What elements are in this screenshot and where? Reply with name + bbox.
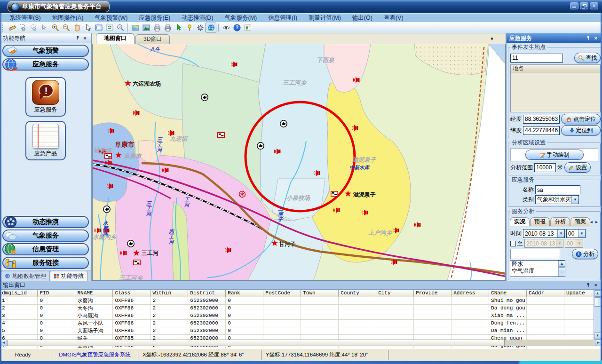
monitor-camera-icon[interactable] [257,142,264,149]
table-row[interactable]: 40东风一小队OXFF8626523020000Dong fen... [0,319,602,327]
monitor-camera-icon[interactable] [103,206,110,213]
analysis-tab-0[interactable]: 实况 [510,217,530,226]
column-header-Within[interactable]: Within [150,290,188,297]
pin-icon[interactable] [584,36,593,41]
select-shape-button[interactable] [28,23,39,32]
column-header-FID[interactable]: FID [38,290,75,297]
pin-icon[interactable] [584,283,593,288]
close-icon[interactable]: × [593,283,599,288]
help-button[interactable]: ? [231,23,242,32]
nav-button-info-globe[interactable]: 信息管理 [2,243,89,255]
refresh-button[interactable] [104,23,115,32]
to-time-checkbox[interactable] [510,241,516,246]
column-header-City[interactable]: City [376,290,414,297]
analysis-tab-1[interactable]: 预报 [530,217,550,226]
column-header-District[interactable]: District [188,290,226,297]
pin-icon[interactable] [73,35,82,41]
column-header-Class[interactable]: Class [113,290,150,297]
latitude-field[interactable] [523,126,560,135]
map-canvas[interactable]: 八斗六运湖农场三工河乡下西泉九运街阜康市城关镇阜康市滋泥泉子中新水库小泉牧场滋泥… [92,44,506,281]
nav-button-emergency-globe[interactable]: 应急服务 [2,58,89,71]
nav-button-weather-warning[interactable]: 气象预警 [2,45,89,57]
analysis-tab-2[interactable]: 分析 [550,217,570,226]
pick-green-button[interactable] [173,23,184,32]
location-result-list[interactable]: 地点 [510,64,601,112]
hour-select[interactable]: 00 ▼ [566,229,586,238]
eye-button[interactable] [221,23,231,32]
station-flag-icon[interactable] [134,260,140,265]
scene-view-button[interactable] [141,23,151,32]
plot-button[interactable] [162,23,173,32]
column-header-PostCode[interactable]: PostCode [263,290,301,297]
select-rect-button[interactable] [17,23,28,32]
table-row[interactable]: 20大冬沟OXFF8626523020000Da dong gou [0,304,602,312]
station-flag-icon[interactable] [218,133,224,137]
column-header-Provice[interactable]: Provice [414,290,452,297]
full-extent-button[interactable] [93,23,104,32]
service-name-input[interactable] [535,185,580,194]
map-tab-dropdown-icon[interactable]: ▼ [490,36,494,41]
column-header-Rank[interactable]: Rank [226,290,263,297]
zoom-in-button[interactable] [50,23,61,32]
column-header-Town[interactable]: Town [301,290,339,297]
select-arrow-button[interactable] [39,23,50,32]
menu-item-3[interactable]: 应急服务(E) [133,14,176,22]
globe-service-button[interactable] [206,23,216,32]
monitor-camera-icon[interactable] [201,94,208,101]
monitor-camera-icon[interactable] [280,120,287,127]
column-header-dmgis_id[interactable]: dmgis_id [0,290,38,297]
listbox-scrollbar[interactable]: ▲ [558,261,565,277]
map-tab-0[interactable]: 地图窗口 [96,33,135,44]
left-panel-tab-globe-tab[interactable]: 地图数据管理 [1,271,50,281]
table-row[interactable]: 30小马厩沟OXFF8626523020000Xiao ma ... [0,312,602,319]
column-header-CAddr[interactable]: CAddr [527,290,564,297]
pointer-button[interactable] [82,23,93,32]
manual-draw-button[interactable]: 手动绘制 [525,150,584,160]
shortcut-emergency-product-button[interactable]: 应急产品 [25,121,66,160]
table-row[interactable]: 10水磨沟OXFF8626523020000Shui mo gou [0,297,602,304]
monitor-camera-icon[interactable] [127,240,134,247]
column-header-CName[interactable]: CName [489,290,527,297]
analysis-range-input[interactable] [534,163,556,172]
menu-item-1[interactable]: 地图操作(A) [47,14,89,22]
analysis-tab-3[interactable]: 预案 [570,217,590,226]
zoom-out-button[interactable] [61,23,71,32]
column-header-County[interactable]: County [339,290,376,297]
toolbar-grip[interactable] [2,24,5,32]
measure-button[interactable] [7,23,17,32]
settings-button[interactable] [195,23,206,32]
map-tab-1[interactable]: 3D窗口 [135,34,170,44]
tab-scroll-arrows[interactable]: ◄ ► [589,220,599,224]
menu-item-8[interactable]: 输出(O) [347,14,378,22]
location-search-input[interactable] [510,54,563,63]
element-listbox[interactable]: 降水空气温度 ▲ [510,260,565,277]
nav-button-cloud[interactable]: 气象服务 [2,229,89,242]
analyze-button[interactable]: i 分析 [572,249,598,259]
column-header-RNAME[interactable]: RNAME [75,290,113,297]
restore-button[interactable] [580,2,588,9]
element-list-item[interactable]: 降水 [512,261,565,268]
print-button[interactable] [151,23,162,32]
close-icon[interactable]: × [593,36,599,41]
longitude-field[interactable] [523,115,560,124]
menu-item-9[interactable]: 查看(V) [378,14,409,22]
menu-item-6[interactable]: 信息管理(I) [262,14,303,22]
column-header-Address[interactable]: Address [452,290,489,297]
place-pin-button[interactable] [184,23,195,32]
menu-item-0[interactable]: 系统管理(S) [4,14,47,22]
shortcut-emergency-alert-button[interactable]: !应急服务 [25,77,66,117]
nav-button-film[interactable]: 动态推演 [2,216,89,228]
station-flag-icon[interactable] [105,154,111,158]
element-value-box[interactable] [510,249,560,259]
table-horizontal-scrollbar[interactable]: ◄ ► [0,340,602,346]
minimize-button[interactable] [570,2,578,9]
date-select[interactable]: 2010-08-13 ▼ [523,229,565,238]
menu-item-2[interactable]: 气象预警(W) [89,14,133,22]
table-row[interactable]: 50大面场子沟OXFF8626523020000Da mian ... [0,327,602,334]
pan-button[interactable] [71,23,82,32]
menu-item-4[interactable]: 动态推演(D) [176,14,219,22]
menu-item-7[interactable]: 测量计算(M) [303,14,347,22]
station-flag-icon[interactable] [331,191,338,196]
map-view-button[interactable] [130,23,141,32]
service-type-select[interactable]: 气象和洪水灾害 ▼ [535,195,579,204]
